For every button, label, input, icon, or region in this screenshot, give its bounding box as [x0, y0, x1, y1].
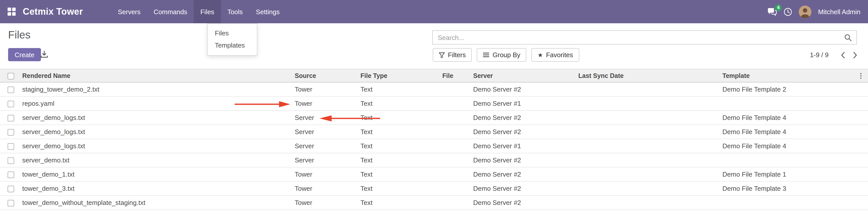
cell-file-type[interactable]: Text: [361, 153, 442, 167]
column-header-source[interactable]: Source: [295, 69, 361, 82]
cell-last-sync-date[interactable]: [578, 167, 722, 181]
cell-template[interactable]: Demo File Template 4: [722, 139, 854, 153]
cell-template[interactable]: Demo File Template 2: [722, 82, 854, 96]
cell-source[interactable]: Tower: [295, 195, 361, 210]
cell-file[interactable]: [442, 82, 473, 96]
cell-last-sync-date[interactable]: [578, 111, 722, 125]
cell-file-type[interactable]: Text: [361, 96, 442, 111]
cell-rendered-name[interactable]: staging_tower_demo_2.txt: [22, 82, 295, 96]
cell-server[interactable]: Demo Server #2: [473, 82, 578, 96]
cell-source[interactable]: Server: [295, 139, 361, 153]
group-by-button[interactable]: Group By: [477, 48, 527, 62]
create-button[interactable]: Create: [8, 48, 41, 61]
row-checkbox[interactable]: [8, 186, 14, 192]
table-row[interactable]: server_demo_logs.txtServerTextDemo Serve…: [0, 139, 868, 153]
table-row[interactable]: server_demo_logs.txtServerTextDemo Serve…: [0, 125, 868, 139]
cell-last-sync-date[interactable]: [578, 181, 722, 195]
row-checkbox[interactable]: [8, 87, 14, 93]
column-header-file[interactable]: File: [442, 69, 473, 82]
search-icon[interactable]: [844, 34, 852, 41]
table-row[interactable]: server_demo.txtServerTextDemo Server #2: [0, 153, 868, 167]
nav-item-commands[interactable]: Commands: [147, 0, 194, 23]
messages-icon[interactable]: 4: [767, 7, 777, 16]
avatar[interactable]: [799, 5, 811, 18]
cell-file[interactable]: [442, 167, 473, 181]
pager-next-button[interactable]: [849, 49, 861, 61]
cell-template[interactable]: Demo File Template 4: [722, 125, 854, 139]
cell-template[interactable]: [722, 153, 854, 167]
dropdown-item-templates[interactable]: Templates: [208, 39, 257, 52]
cell-server[interactable]: Demo Server #2: [473, 111, 578, 125]
cell-server[interactable]: Demo Server #1: [473, 139, 578, 153]
cell-rendered-name[interactable]: tower_demo_without_template_staging.txt: [22, 195, 295, 210]
column-header-server[interactable]: Server: [473, 69, 578, 82]
table-row[interactable]: tower_demo_3.txtTowerTextDemo Server #2D…: [0, 181, 868, 195]
cell-rendered-name[interactable]: server_demo_logs.txt: [22, 125, 295, 139]
column-options-icon[interactable]: ⋮: [858, 72, 864, 80]
cell-source[interactable]: Tower: [295, 96, 361, 111]
cell-source[interactable]: Server: [295, 111, 361, 125]
cell-template[interactable]: [722, 195, 854, 210]
cell-template[interactable]: Demo File Template 4: [722, 111, 854, 125]
cell-last-sync-date[interactable]: [578, 153, 722, 167]
user-name[interactable]: Mitchell Admin: [818, 8, 860, 16]
nav-item-servers[interactable]: Servers: [111, 0, 147, 23]
cell-file-type[interactable]: Text: [361, 125, 442, 139]
cell-file[interactable]: [442, 181, 473, 195]
nav-item-files[interactable]: Files: [194, 0, 221, 23]
nav-item-tools[interactable]: Tools: [221, 0, 249, 23]
cell-last-sync-date[interactable]: [578, 96, 722, 111]
cell-rendered-name[interactable]: tower_demo_1.txt: [22, 167, 295, 181]
row-checkbox[interactable]: [8, 101, 14, 107]
cell-file-type[interactable]: Text: [361, 139, 442, 153]
pager-previous-button[interactable]: [837, 49, 849, 61]
table-row[interactable]: server_demo_logs.txtServerTextDemo Serve…: [0, 111, 868, 125]
cell-rendered-name[interactable]: server_demo_logs.txt: [22, 139, 295, 153]
column-header-rendered-name[interactable]: Rendered Name: [22, 69, 295, 82]
cell-file[interactable]: [442, 153, 473, 167]
cell-source[interactable]: Tower: [295, 167, 361, 181]
favorites-button[interactable]: ★ Favorites: [532, 48, 579, 62]
import-icon-button[interactable]: [40, 51, 48, 60]
row-checkbox[interactable]: [8, 157, 14, 164]
table-row[interactable]: repos.yamlTowerTextDemo Server #1: [0, 96, 868, 111]
cell-rendered-name[interactable]: server_demo.txt: [22, 153, 295, 167]
cell-template[interactable]: [722, 96, 854, 111]
table-row[interactable]: tower_demo_1.txtTowerTextDemo Server #2D…: [0, 167, 868, 181]
cell-source[interactable]: Server: [295, 153, 361, 167]
cell-file[interactable]: [442, 96, 473, 111]
cell-last-sync-date[interactable]: [578, 195, 722, 210]
table-row[interactable]: tower_demo_without_template_staging.txtT…: [0, 195, 868, 210]
cell-rendered-name[interactable]: server_demo_logs.txt: [22, 111, 295, 125]
column-header-last-sync-date[interactable]: Last Sync Date: [578, 69, 722, 82]
cell-last-sync-date[interactable]: [578, 82, 722, 96]
row-checkbox[interactable]: [8, 115, 14, 121]
search-input[interactable]: [433, 34, 844, 41]
row-checkbox[interactable]: [8, 129, 14, 135]
cell-file-type[interactable]: Text: [361, 195, 442, 210]
cell-rendered-name[interactable]: tower_demo_3.txt: [22, 181, 295, 195]
cell-server[interactable]: Demo Server #2: [473, 167, 578, 181]
column-header-file-type[interactable]: File Type: [361, 69, 442, 82]
pager-value[interactable]: 1-9 / 9: [810, 51, 829, 59]
cell-file[interactable]: [442, 195, 473, 210]
cell-file[interactable]: [442, 111, 473, 125]
cell-last-sync-date[interactable]: [578, 139, 722, 153]
row-checkbox[interactable]: [8, 172, 14, 178]
cell-server[interactable]: Demo Server #2: [473, 153, 578, 167]
cell-template[interactable]: Demo File Template 1: [722, 167, 854, 181]
cell-file[interactable]: [442, 139, 473, 153]
table-row[interactable]: staging_tower_demo_2.txtTowerTextDemo Se…: [0, 82, 868, 96]
cell-file-type[interactable]: Text: [361, 111, 442, 125]
nav-item-settings[interactable]: Settings: [249, 0, 286, 23]
cell-last-sync-date[interactable]: [578, 125, 722, 139]
cell-file-type[interactable]: Text: [361, 167, 442, 181]
select-all-checkbox[interactable]: [8, 72, 14, 79]
apps-menu-icon[interactable]: [8, 8, 16, 16]
cell-file[interactable]: [442, 125, 473, 139]
cell-source[interactable]: Tower: [295, 82, 361, 96]
cell-source[interactable]: Tower: [295, 181, 361, 195]
cell-file-type[interactable]: Text: [361, 181, 442, 195]
row-checkbox[interactable]: [8, 200, 14, 206]
app-brand[interactable]: Cetmix Tower: [23, 6, 83, 17]
